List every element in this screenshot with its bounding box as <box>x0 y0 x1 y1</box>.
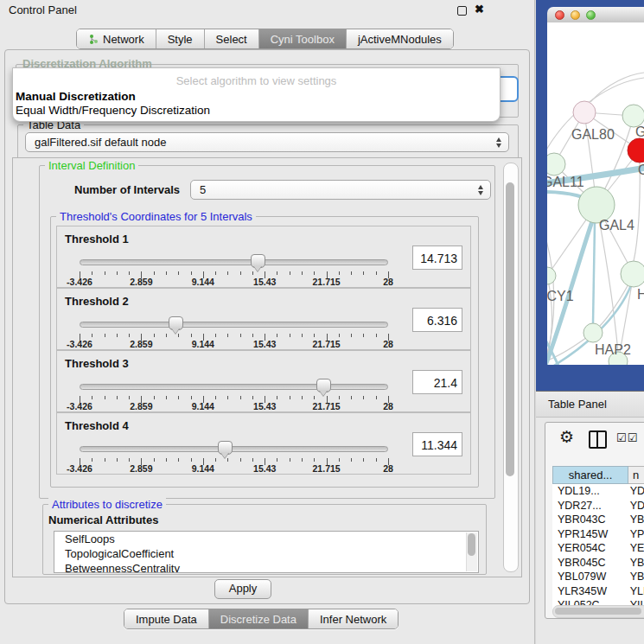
table-cell[interactable]: YBR0 <box>627 556 644 571</box>
node-hap2[interactable] <box>583 323 603 342</box>
slider-track[interactable] <box>80 322 388 328</box>
zoom-traffic-light-icon[interactable] <box>586 10 596 20</box>
network-view-window[interactable]: GAL80 G C GAL11 GAL4 GCY1 H HAP2 <box>536 0 644 391</box>
float-window-icon[interactable] <box>457 6 467 16</box>
vertical-scrollbar-thumb[interactable] <box>506 182 514 476</box>
slider-handle[interactable] <box>218 441 233 455</box>
slider-track[interactable] <box>80 384 388 390</box>
slider-handle[interactable] <box>316 379 331 392</box>
table-cell[interactable]: YLR3 <box>627 584 644 599</box>
table-cell[interactable]: YBR043C <box>552 513 627 527</box>
select-columns-icon[interactable]: ☑☑ <box>616 431 638 444</box>
table-panel: Table Panel ⚙ ☑☑ shared... n YDL19...YDL… <box>536 391 644 644</box>
table-cell[interactable]: YDR27... <box>552 499 627 513</box>
threshold-1-block: Threshold 1 -3.4262.8599.14415.4321.7152… <box>56 226 471 288</box>
column-header-name[interactable]: n <box>628 466 644 484</box>
threshold-slider[interactable] <box>80 442 388 459</box>
interval-definition-label: Interval Definition <box>45 159 138 172</box>
numerical-attributes-list[interactable]: SelfLoops TopologicalCoefficient Between… <box>54 531 479 573</box>
interval-definition-group: Interval Definition Number of Intervals … <box>39 165 495 499</box>
table-panel-titlebar: Table Panel <box>536 391 644 418</box>
list-scrollbar[interactable] <box>466 532 477 571</box>
threshold-value-field[interactable]: 21.4 <box>412 370 462 394</box>
node-gcy1[interactable] <box>547 267 556 284</box>
threshold-slider[interactable] <box>80 317 388 335</box>
table-cell[interactable]: YPR1 <box>627 527 644 542</box>
vertical-scrollbar[interactable] <box>503 163 519 572</box>
horizontal-scrollbar[interactable] <box>552 605 644 618</box>
table-panel-title: Table Panel <box>548 398 607 411</box>
network-graph[interactable]: GAL80 G C GAL11 GAL4 GCY1 H HAP2 <box>547 22 644 365</box>
slider-track[interactable] <box>80 259 388 265</box>
gear-icon[interactable]: ⚙ <box>559 429 574 445</box>
dropdown-option-equal-width[interactable]: Equal Width/Frequency Discretization <box>16 104 210 117</box>
slider-track[interactable] <box>80 446 388 452</box>
node-gal11[interactable] <box>547 153 565 175</box>
close-traffic-light-icon[interactable] <box>555 10 564 20</box>
tab-impute-data[interactable]: Impute Data <box>124 609 209 628</box>
table-cell[interactable]: YLR345W <box>552 584 627 599</box>
table-cell[interactable]: YDR2 <box>627 499 644 513</box>
network-canvas[interactable]: GAL80 G C GAL11 GAL4 GCY1 H HAP2 <box>547 22 644 365</box>
table-cell[interactable]: YBR0 <box>627 513 644 527</box>
list-scrollbar-thumb[interactable] <box>468 533 475 556</box>
table-cell[interactable]: YPR145W <box>552 527 627 542</box>
node-partial-low-right[interactable] <box>621 261 644 287</box>
table-row[interactable]: YPR145WYPR1 <box>552 527 644 542</box>
table-cell[interactable]: YDL1 <box>627 484 644 499</box>
node-label: GAL4 <box>599 218 634 233</box>
minimize-traffic-light-icon[interactable] <box>571 10 580 20</box>
dropdown-hint: Select algorithm to view settings <box>13 74 500 87</box>
table-cell[interactable]: YER0 <box>627 541 644 556</box>
tab-infer-network[interactable]: Infer Network <box>309 609 398 628</box>
threshold-value-field[interactable]: 11.344 <box>412 432 462 456</box>
apply-button[interactable]: Apply <box>214 579 271 599</box>
threshold-slider[interactable] <box>80 255 388 272</box>
table-row[interactable]: YDL19...YDL1 <box>552 484 644 499</box>
table-row[interactable]: YDR27...YDR2 <box>552 499 644 513</box>
table-cell[interactable]: YBL0 <box>627 570 644 584</box>
control-panel-titlebar: Control Panel ✖ <box>0 0 534 21</box>
threshold-value-field[interactable]: 14.713 <box>412 245 462 270</box>
horizontal-scrollbar-thumb[interactable] <box>555 608 641 615</box>
list-item[interactable]: BetweennessCentrality <box>54 561 478 573</box>
threshold-slider[interactable] <box>80 379 388 397</box>
tab-jactivemnodules[interactable]: jActiveMNodules <box>347 29 453 48</box>
thresholds-group-label: Threshold's Coordinates for 5 Intervals <box>56 210 256 223</box>
table-data-combobox[interactable]: galFiltered.sif default node <box>25 132 509 152</box>
slider-handle[interactable] <box>251 254 265 268</box>
tab-discretize-data[interactable]: Discretize Data <box>209 609 309 628</box>
node-selected-red[interactable] <box>628 138 644 163</box>
settings-scroll-panel: Interval Definition Number of Intervals … <box>12 157 522 577</box>
tab-style[interactable]: Style <box>156 29 205 48</box>
tab-cyni-toolbox[interactable]: Cyni Toolbox <box>259 29 347 48</box>
table-header-row: shared... n <box>552 466 644 484</box>
table-row[interactable]: YER054CYER0 <box>552 541 644 556</box>
table-cell[interactable]: YER054C <box>552 541 627 556</box>
column-layout-icon[interactable] <box>589 430 607 449</box>
table-cell[interactable]: YBR045C <box>552 556 627 571</box>
threshold-value-field[interactable]: 6.316 <box>412 308 462 332</box>
spinner-icon <box>496 137 502 148</box>
table-row[interactable]: YLR345WYLR3 <box>552 584 644 599</box>
table-row[interactable]: YBR045CYBR0 <box>552 556 644 571</box>
attributes-group-label: Attributes to discretize <box>48 498 166 511</box>
table-cell[interactable]: YBL079W <box>552 570 627 584</box>
table-row[interactable]: YBR043CYBR0 <box>552 513 644 527</box>
slider-handle[interactable] <box>169 316 183 330</box>
close-icon[interactable]: ✖ <box>475 3 484 16</box>
number-of-intervals-combobox[interactable]: 5 <box>190 180 491 200</box>
network-window-titlebar[interactable] <box>547 7 644 23</box>
list-item[interactable]: TopologicalCoefficient <box>54 546 478 561</box>
dropdown-option-manual[interactable]: Manual Discretization <box>16 90 136 103</box>
bottom-tab-bar: Impute Data Discretize Data Infer Networ… <box>124 609 399 629</box>
list-item[interactable]: SelfLoops <box>54 532 478 546</box>
panel-title: Control Panel <box>9 3 77 16</box>
node-gal80[interactable] <box>573 101 596 124</box>
table-cell[interactable]: YDL19... <box>552 484 627 499</box>
tab-select[interactable]: Select <box>205 29 259 48</box>
tab-network[interactable]: Network <box>77 29 156 48</box>
threshold-label: Threshold 1 <box>65 233 129 245</box>
table-row[interactable]: YBL079WYBL0 <box>552 570 644 584</box>
column-header-shared-name[interactable]: shared... <box>552 466 628 484</box>
